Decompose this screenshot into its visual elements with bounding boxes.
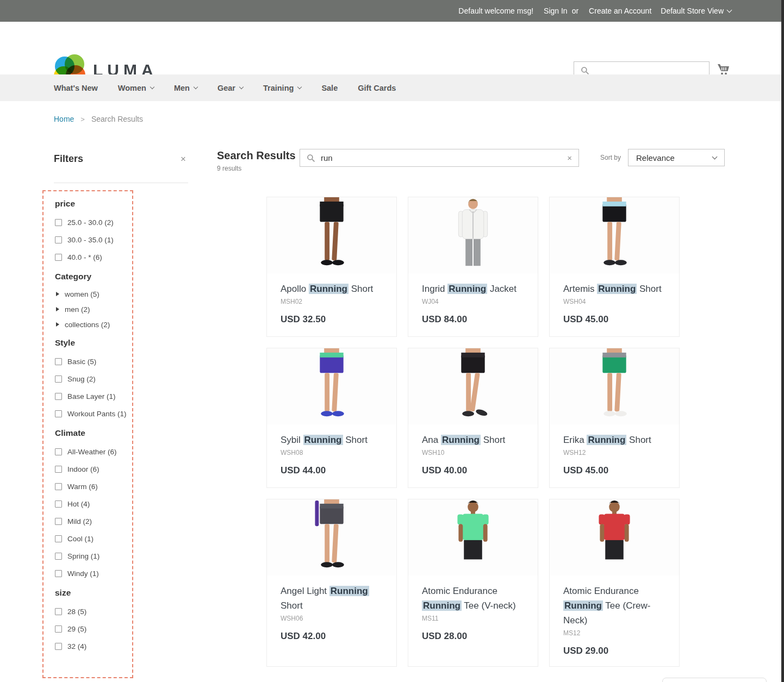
filter-option[interactable]: 40.0 - * (6): [55, 248, 132, 266]
checkbox[interactable]: [55, 358, 62, 365]
checkbox[interactable]: [55, 466, 62, 473]
product-sku: MSH02: [281, 298, 383, 305]
filter-option[interactable]: men (2): [55, 302, 132, 317]
product-title[interactable]: Erika Running Short: [563, 433, 665, 447]
product-card[interactable]: Sybil Running Short WSH08 USD 44.00: [266, 348, 397, 488]
product-title[interactable]: Ingrid Running Jacket: [422, 281, 524, 296]
product-image[interactable]: [550, 197, 679, 273]
filter-group-price-title[interactable]: price: [55, 199, 132, 209]
checkbox[interactable]: [55, 518, 62, 525]
create-account-link[interactable]: Create an Account: [589, 7, 651, 15]
product-card[interactable]: Ingrid Running Jacket WJ04 USD 84.00: [408, 197, 538, 337]
checkbox[interactable]: [55, 625, 62, 633]
filter-option[interactable]: Indoor (6): [55, 460, 132, 478]
filter-option[interactable]: Warm (6): [55, 478, 132, 495]
nav-sale[interactable]: Sale: [321, 84, 338, 92]
product-card[interactable]: Angel Light Running Short WSH06 USD 42.0…: [266, 499, 397, 667]
sort-dropdown[interactable]: Relevance: [628, 149, 725, 166]
filter-group-size-title[interactable]: size: [55, 588, 132, 598]
expand-arrow-icon[interactable]: [56, 307, 59, 311]
expand-arrow-icon[interactable]: [56, 322, 59, 327]
nav-men[interactable]: Men: [174, 84, 197, 92]
product-sku: WSH10: [422, 449, 524, 456]
nav-training[interactable]: Training: [263, 84, 301, 92]
checkbox[interactable]: [55, 376, 62, 383]
search-term-highlight: Running: [422, 600, 462, 611]
product-title[interactable]: Ana Running Short: [422, 433, 524, 447]
checkbox[interactable]: [55, 219, 62, 226]
checkbox[interactable]: [55, 236, 62, 243]
filter-option[interactable]: 32 (4): [55, 637, 132, 655]
nav-gear[interactable]: Gear: [217, 84, 243, 92]
filter-option[interactable]: women (5): [55, 286, 132, 302]
product-image[interactable]: [550, 348, 679, 424]
product-title[interactable]: Angel Light Running Short: [281, 584, 383, 613]
product-card[interactable]: Erika Running Short WSH12 USD 45.00: [549, 348, 680, 488]
store-view-switcher[interactable]: Default Store View: [661, 7, 731, 15]
product-card[interactable]: Ana Running Short WSH10 USD 40.00: [408, 348, 538, 488]
product-title[interactable]: Atomic Endurance Running Tee (Crew-Neck): [563, 584, 665, 628]
filter-option[interactable]: Spring (1): [55, 547, 132, 565]
product-image[interactable]: [408, 348, 538, 424]
product-image[interactable]: [408, 499, 538, 575]
filter-option[interactable]: Hot (4): [55, 495, 132, 512]
top-bar: Default welcome msg! Sign In or Create a…: [0, 0, 784, 22]
checkbox[interactable]: [55, 448, 62, 455]
filter-option[interactable]: Base Layer (1): [55, 387, 132, 405]
product-card[interactable]: Apollo Running Short MSH02 USD 32.50: [266, 197, 397, 337]
checkbox[interactable]: [55, 570, 62, 577]
filter-group-style-title[interactable]: Style: [55, 338, 132, 348]
filter-option[interactable]: 28 (5): [55, 603, 132, 620]
product-card[interactable]: Atomic Endurance Running Tee (V-neck) MS…: [408, 499, 538, 667]
filter-option[interactable]: Basic (5): [55, 353, 132, 370]
filter-group-climate-title[interactable]: Climate: [55, 428, 132, 438]
checkbox[interactable]: [55, 483, 62, 490]
product-title[interactable]: Apollo Running Short: [281, 281, 383, 296]
checkbox[interactable]: [55, 608, 62, 615]
filter-option[interactable]: Snug (2): [55, 370, 132, 387]
filter-option[interactable]: 30.0 - 35.0 (1): [55, 231, 132, 248]
expand-arrow-icon[interactable]: [56, 292, 59, 296]
product-title[interactable]: Atomic Endurance Running Tee (V-neck): [422, 584, 524, 613]
checkbox[interactable]: [55, 500, 62, 508]
filter-group-category-title[interactable]: Category: [55, 272, 132, 281]
filter-option[interactable]: 25.0 - 30.0 (2): [55, 214, 132, 231]
sign-in-link[interactable]: Sign In: [544, 7, 568, 15]
close-icon[interactable]: ×: [181, 154, 186, 164]
product-image[interactable]: [267, 197, 396, 273]
product-image[interactable]: [267, 499, 396, 575]
search-term-highlight: Running: [563, 600, 603, 611]
breadcrumb-home-link[interactable]: Home: [54, 115, 74, 123]
search-term-highlight: Running: [309, 284, 349, 294]
product-image[interactable]: [267, 348, 396, 424]
checkbox[interactable]: [55, 393, 62, 400]
search-input[interactable]: [321, 149, 567, 166]
filter-option[interactable]: Cool (1): [55, 530, 132, 547]
checkbox[interactable]: [55, 643, 62, 650]
product-title[interactable]: Sybil Running Short: [281, 433, 383, 447]
filter-option[interactable]: Windy (1): [55, 565, 132, 582]
nav-gift-cards[interactable]: Gift Cards: [358, 84, 396, 92]
filter-option[interactable]: All-Weather (6): [55, 443, 132, 460]
filter-option[interactable]: Mild (2): [55, 512, 132, 530]
checkbox[interactable]: [55, 254, 62, 261]
checkbox[interactable]: [55, 553, 62, 560]
search-term-highlight: Running: [587, 435, 626, 445]
filter-option[interactable]: collections (2): [55, 317, 132, 332]
checkbox[interactable]: [55, 410, 62, 417]
filter-option[interactable]: 29 (5): [55, 620, 132, 637]
chevron-down-icon: [727, 7, 732, 12]
nav-women[interactable]: Women: [118, 84, 154, 92]
results-search-box: ×: [300, 149, 579, 167]
product-card[interactable]: Artemis Running Short WSH04 USD 45.00: [549, 197, 680, 337]
main-navigation: What's New Women Men Gear Training Sale …: [0, 74, 784, 101]
product-image[interactable]: [550, 499, 679, 575]
nav-whats-new[interactable]: What's New: [54, 84, 98, 92]
clear-search-icon[interactable]: ×: [567, 154, 572, 162]
filter-option[interactable]: Workout Pants (1): [55, 405, 132, 422]
checkbox[interactable]: [55, 535, 62, 542]
product-card[interactable]: Atomic Endurance Running Tee (Crew-Neck)…: [549, 499, 680, 667]
product-image[interactable]: [408, 197, 538, 273]
product-title[interactable]: Artemis Running Short: [563, 281, 665, 296]
browser-scrollbar[interactable]: [781, 0, 784, 682]
